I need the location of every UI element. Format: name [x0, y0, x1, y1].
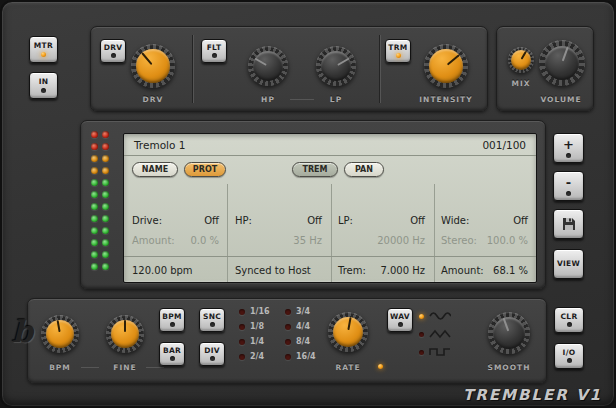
top-controls-panel: DRV DRV FLT HP LP TRM [90, 26, 488, 112]
meter-led [91, 179, 98, 186]
division-label: 4/4 [296, 323, 310, 331]
meter-led [102, 251, 109, 258]
square-led [419, 350, 424, 355]
division-item: 1/16 [239, 308, 270, 316]
triangle-wave-row [419, 328, 451, 340]
div-button[interactable]: DIV [199, 342, 225, 366]
trm-button-label: TRM [388, 44, 407, 52]
meter-led [91, 239, 98, 246]
knob-rotor [241, 39, 296, 94]
param-value: Off [204, 215, 219, 226]
clr-button[interactable]: CLR [554, 307, 584, 333]
smooth-knob[interactable] [488, 312, 530, 354]
output-panel: MIX VOLUME [496, 26, 594, 112]
div-button-label: DIV [204, 347, 220, 355]
knob-rotor [482, 306, 536, 360]
param-value: Off [513, 215, 528, 226]
param-value: 35 Hz [293, 235, 322, 246]
param-label: LP: [338, 215, 353, 226]
preset-increment-button[interactable]: + [553, 133, 584, 163]
bpm-knob[interactable] [41, 315, 79, 353]
meter-led [91, 191, 98, 198]
view-button[interactable]: VIEW [553, 249, 584, 279]
knob-rotor [106, 315, 144, 353]
meter-row [91, 143, 109, 150]
mtr-led [41, 52, 46, 57]
in-button[interactable]: IN [29, 72, 58, 99]
drv-button[interactable]: DRV [100, 39, 126, 63]
display-cell: LP:Off [330, 210, 433, 230]
division-item: 8/4 [285, 338, 310, 346]
io-button[interactable]: I/O [554, 343, 584, 369]
meter-led [91, 227, 98, 234]
param-value: 0.0 % [190, 235, 219, 246]
drive-knob[interactable] [131, 44, 175, 88]
meter-led [91, 251, 98, 258]
knob-pointer [124, 320, 126, 333]
division-item: 2/4 [239, 353, 264, 361]
wav-button[interactable]: WAV [387, 308, 413, 332]
division-label: 1/8 [250, 323, 264, 331]
meter-led [102, 203, 109, 210]
preset-decrement-button[interactable]: - [553, 171, 584, 201]
preset-save-button[interactable] [553, 209, 584, 239]
division-item: 16/4 [285, 353, 316, 361]
volume-knob[interactable] [539, 40, 585, 86]
hp-lp-divider-line [290, 99, 314, 100]
tab-pan[interactable]: PAN [344, 162, 384, 177]
mtr-button[interactable]: MTR [29, 36, 58, 63]
tab-prot[interactable]: PROT [184, 162, 226, 177]
flt-button[interactable]: FLT [201, 39, 227, 63]
label-line [146, 367, 164, 368]
bpm-knob-label: BPM [41, 363, 79, 372]
knob-pointer [447, 54, 460, 65]
snc-button[interactable]: SNC [199, 308, 225, 332]
division-label: 8/4 [296, 338, 310, 346]
meter-row [91, 191, 109, 198]
division-item: 1/4 [239, 338, 264, 346]
tab-trem[interactable]: TREM [292, 162, 338, 177]
meter-led [91, 143, 98, 150]
meter-row [91, 155, 109, 162]
tab-name[interactable]: NAME [132, 162, 178, 177]
meter-row [91, 251, 109, 258]
bpm-button-label: BPM [162, 313, 182, 321]
meter-row [91, 131, 109, 138]
division-item: 4/4 [285, 323, 310, 331]
meter-led [91, 215, 98, 222]
division-label: 1/16 [250, 308, 270, 316]
division-label: 1/4 [250, 338, 264, 346]
meter-led [102, 215, 109, 222]
meter-led [102, 191, 109, 198]
intensity-knob[interactable] [424, 44, 468, 88]
wav-led [398, 322, 403, 327]
meter-led [91, 131, 98, 138]
display-cell: 20000 Hz [330, 230, 433, 250]
view-button-label: VIEW [557, 260, 580, 268]
bar-button[interactable]: BAR [159, 342, 185, 366]
knob-rotor [415, 35, 477, 97]
hp-knob[interactable] [248, 46, 288, 86]
meter-led [102, 227, 109, 234]
bpm-readout: 120.00 bpm [132, 265, 193, 276]
meter-row [91, 215, 109, 222]
fine-knob[interactable] [106, 315, 144, 353]
param-value: 7.000 Hz [380, 265, 425, 276]
display-cell: Synced to Host [227, 257, 330, 284]
bar-led [170, 356, 175, 361]
decrement-led [566, 191, 571, 196]
sine-wave-icon [429, 310, 451, 322]
trm-button[interactable]: TRM [385, 39, 411, 63]
rate-knob[interactable] [328, 312, 368, 352]
drive-knob-label: DRV [121, 95, 185, 104]
display-cell: Stereo:100.0 % [433, 230, 536, 250]
mix-knob[interactable] [508, 47, 534, 73]
param-label: Wide: [441, 215, 469, 226]
lp-knob[interactable] [316, 46, 356, 86]
bpm-button[interactable]: BPM [159, 308, 185, 332]
knob-pointer [562, 46, 569, 61]
volume-knob-label: VOLUME [531, 95, 591, 104]
io-button-label: I/O [563, 349, 576, 357]
flt-button-label: FLT [207, 44, 222, 52]
clr-led [567, 322, 572, 327]
